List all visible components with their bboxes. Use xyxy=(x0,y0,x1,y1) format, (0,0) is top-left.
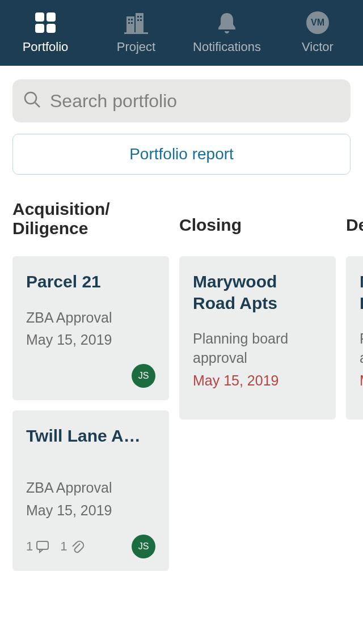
column-acquisition: Acquisition/ Diligence Parcel 21 ZBA App… xyxy=(12,200,169,581)
card-footer: 1 1 JS xyxy=(26,535,155,558)
project-card[interactable]: Parcel 21 ZBA Approval May 15, 2019 JS xyxy=(12,256,169,400)
svg-rect-11 xyxy=(140,16,142,18)
svg-point-15 xyxy=(25,92,36,104)
assignee-avatar[interactable]: JS xyxy=(132,364,155,388)
nav-portfolio[interactable]: Portfolio xyxy=(0,0,91,66)
card-title: Marywood Road Apts xyxy=(193,271,322,313)
nav-project[interactable]: Project xyxy=(91,0,182,66)
svg-rect-10 xyxy=(137,16,139,18)
svg-rect-9 xyxy=(131,22,133,24)
card-title: MP xyxy=(360,271,363,313)
project-card[interactable]: Marywood Road Apts Planning board approv… xyxy=(179,256,336,420)
card-date: May 15, 2019 xyxy=(26,502,155,519)
search-input[interactable] xyxy=(50,91,340,112)
assignee-avatar[interactable]: JS xyxy=(132,535,155,558)
svg-rect-2 xyxy=(35,24,44,33)
card-date-overdue: May 15, 2019 xyxy=(193,372,322,389)
svg-rect-14 xyxy=(124,32,148,34)
card-footer: JS xyxy=(26,364,155,388)
buildings-icon xyxy=(123,11,149,34)
svg-rect-1 xyxy=(47,12,56,22)
avatar: VM xyxy=(306,11,329,34)
kanban-board: Acquisition/ Diligence Parcel 21 ZBA App… xyxy=(0,175,363,581)
search-wrapper xyxy=(0,66,363,129)
card-title: Twill Lane A… xyxy=(26,425,155,447)
svg-line-16 xyxy=(35,103,40,107)
nav-notifications[interactable]: Notifications xyxy=(182,0,272,66)
project-card[interactable]: Twill Lane A… ZBA Approval May 15, 2019 … xyxy=(12,410,169,570)
attachment-icon xyxy=(70,539,85,554)
report-wrapper: Portfolio report xyxy=(0,129,363,175)
svg-rect-8 xyxy=(128,22,130,24)
card-task: ZBA Approval xyxy=(26,478,155,498)
card-task: Pa xyxy=(360,329,363,368)
column-header-design: De xyxy=(346,200,363,256)
comments-count[interactable]: 1 xyxy=(26,539,50,554)
card-title: Parcel 21 xyxy=(26,271,155,293)
nav-user-label: Victor xyxy=(302,40,334,54)
column-closing: Closing Marywood Road Apts Planning boar… xyxy=(179,200,336,581)
nav-project-label: Project xyxy=(117,40,155,54)
top-nav-bar: Portfolio Project xyxy=(0,0,363,66)
svg-rect-3 xyxy=(47,24,56,33)
card-date-overdue: M xyxy=(360,372,363,389)
svg-rect-12 xyxy=(137,19,139,21)
comment-icon xyxy=(35,539,50,554)
nav-user[interactable]: VM Victor xyxy=(272,0,363,66)
svg-rect-5 xyxy=(136,13,143,33)
user-avatar-badge: VM xyxy=(306,11,329,34)
grid-icon xyxy=(33,11,58,34)
svg-rect-0 xyxy=(35,12,44,22)
card-task: ZBA Approval xyxy=(26,308,155,328)
svg-rect-13 xyxy=(140,19,142,21)
search-box[interactable] xyxy=(12,79,351,122)
nav-portfolio-label: Portfolio xyxy=(23,40,69,54)
search-icon xyxy=(23,90,42,112)
bell-icon xyxy=(216,11,238,34)
project-card[interactable]: MP Pa M xyxy=(346,256,363,420)
column-design: De MP Pa M xyxy=(346,200,363,581)
svg-rect-6 xyxy=(128,19,130,20)
attachments-count[interactable]: 1 xyxy=(60,539,84,554)
card-meta: 1 1 xyxy=(26,539,85,554)
svg-rect-17 xyxy=(37,541,48,549)
portfolio-report-button[interactable]: Portfolio report xyxy=(12,134,351,175)
card-date: May 15, 2019 xyxy=(26,332,155,348)
nav-notifications-label: Notifications xyxy=(193,40,261,54)
svg-rect-4 xyxy=(126,16,134,33)
column-header-closing: Closing xyxy=(179,200,336,256)
svg-rect-7 xyxy=(131,19,133,20)
card-task: Planning board approval xyxy=(193,329,322,368)
column-header-acquisition: Acquisition/ Diligence xyxy=(12,200,169,256)
